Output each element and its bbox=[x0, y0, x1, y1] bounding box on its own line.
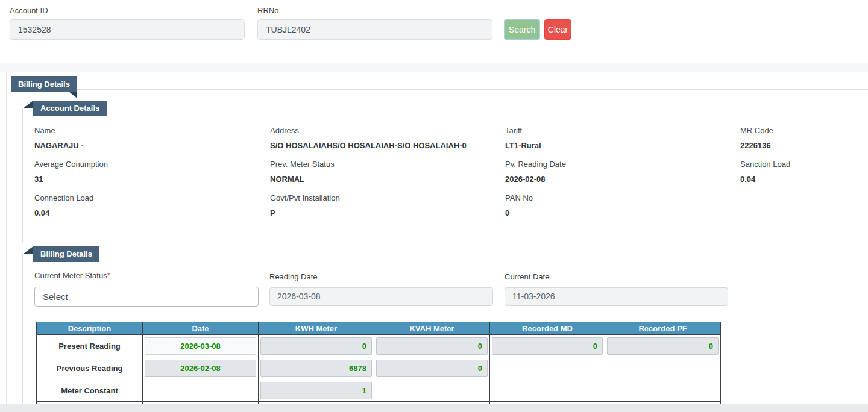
field-label: Average Conumption bbox=[34, 160, 270, 169]
search-button[interactable]: Search bbox=[504, 19, 540, 40]
horizontal-scrollbar[interactable] bbox=[0, 404, 868, 412]
table-header-row: Description Date KWH Meter KVAH Meter Re… bbox=[37, 322, 721, 335]
field-label: PAN No bbox=[505, 193, 740, 203]
meter-reading-table-wrap: Description Date KWH Meter KVAH Meter Re… bbox=[36, 322, 722, 404]
current-meter-status-label: Current Meter Status* bbox=[34, 271, 110, 281]
col-recorded-pf: Recorded PF bbox=[605, 322, 721, 335]
empty-cell bbox=[605, 357, 721, 379]
field-label: Govt/Pvt Installation bbox=[270, 193, 505, 203]
field-value: NORMAL bbox=[270, 175, 505, 184]
table-row-present-reading: Present Reading 2026-03-08 0 0 0 0 bbox=[37, 335, 721, 357]
account-field-address: Address S/O HOSALAIAHS/O HOSALAIAH-S/O H… bbox=[270, 126, 505, 151]
required-asterisk: * bbox=[107, 271, 110, 280]
field-label: Pv. Reading Date bbox=[505, 160, 740, 169]
meter-reading-table: Description Date KWH Meter KVAH Meter Re… bbox=[36, 322, 721, 404]
field-value: 31 bbox=[34, 175, 270, 184]
previous-kvah-input[interactable]: 0 bbox=[376, 360, 488, 377]
col-recorded-md: Recorded MD bbox=[490, 322, 605, 335]
present-reading-date-input[interactable]: 2026-03-08 bbox=[145, 337, 256, 355]
account-field-average-consumption: Average Conumption 31 bbox=[34, 160, 270, 184]
empty-cell bbox=[143, 379, 259, 402]
empty-cell bbox=[605, 379, 721, 402]
account-details-section-title: Account Details bbox=[33, 101, 107, 116]
meter-constant-input[interactable]: 1 bbox=[260, 382, 372, 399]
empty-cell bbox=[374, 379, 490, 402]
previous-kwh-input[interactable]: 6878 bbox=[260, 360, 372, 377]
field-label: Sanction Load bbox=[740, 160, 857, 169]
field-value: 0.04 bbox=[34, 208, 270, 218]
field-label: Name bbox=[34, 126, 270, 136]
field-label: Address bbox=[270, 126, 505, 136]
reading-date-input[interactable]: 2026-03-08 bbox=[269, 287, 493, 306]
present-md-input[interactable]: 0 bbox=[492, 337, 603, 355]
row-label: Previous Reading bbox=[37, 357, 143, 379]
row-label: Present Reading bbox=[37, 335, 143, 357]
col-description: Description bbox=[37, 322, 143, 335]
billing-entry-section-title: Billing Details bbox=[33, 246, 99, 262]
account-field-govt-pvt-installation: Govt/Pvt Installation P bbox=[270, 193, 505, 218]
field-value: P bbox=[270, 208, 505, 218]
field-label: Tariff bbox=[505, 126, 740, 136]
current-date-label: Current Date bbox=[505, 272, 549, 282]
field-value: 2026-02-08 bbox=[505, 175, 740, 184]
col-kwh-meter: KWH Meter bbox=[259, 322, 374, 335]
field-value: 0 bbox=[505, 208, 740, 218]
previous-reading-date-input[interactable]: 2026-02-08 bbox=[145, 360, 256, 377]
present-kwh-input[interactable]: 0 bbox=[260, 337, 372, 355]
present-pf-input[interactable]: 0 bbox=[607, 337, 719, 355]
account-field-mr-code: MR Code 2226136 bbox=[740, 126, 857, 151]
field-label: Connection Load bbox=[34, 193, 270, 203]
section-separator bbox=[0, 63, 868, 72]
account-field-connection-load: Connection Load 0.04 bbox=[34, 193, 270, 218]
current-meter-status-select[interactable]: Select bbox=[34, 287, 259, 307]
field-value: 2226136 bbox=[740, 141, 857, 151]
field-label: MR Code bbox=[740, 126, 857, 136]
account-field-name: Name NAGARAJU - bbox=[34, 126, 270, 151]
col-date: Date bbox=[143, 322, 259, 335]
account-field-pan-no: PAN No 0 bbox=[505, 193, 740, 218]
rrno-label: RRNo bbox=[257, 6, 278, 16]
empty-cell bbox=[490, 357, 605, 379]
empty-cell bbox=[490, 379, 605, 402]
present-kvah-input[interactable]: 0 bbox=[376, 337, 488, 355]
account-field-sanction-load: Sanction Load 0.04 bbox=[740, 160, 857, 184]
field-value: S/O HOSALAIAHS/O HOSALAIAH-S/O HOSALAIAH… bbox=[270, 141, 505, 151]
account-field-pv-reading-date: Pv. Reading Date 2026-02-08 bbox=[505, 160, 740, 184]
field-value: LT1-Rural bbox=[505, 141, 740, 151]
billing-details-section-title: Billing Details bbox=[11, 76, 77, 92]
table-row-meter-constant: Meter Constant 1 bbox=[37, 379, 721, 402]
row-label: Meter Constant bbox=[37, 379, 143, 402]
account-field-prev-meter-status: Prev. Meter Status NORMAL bbox=[270, 160, 505, 184]
table-row-previous-reading: Previous Reading 2026-02-08 6878 0 bbox=[37, 357, 721, 379]
account-details-grid: Name NAGARAJU - Address S/O HOSALAIAHS/O… bbox=[34, 126, 857, 218]
field-label: Prev. Meter Status bbox=[270, 160, 505, 169]
col-kvah-meter: KVAH Meter bbox=[374, 322, 490, 335]
account-id-label: Account ID bbox=[10, 6, 48, 16]
field-value: NAGARAJU - bbox=[34, 141, 270, 151]
account-id-input[interactable] bbox=[10, 19, 245, 40]
reading-date-label: Reading Date bbox=[269, 272, 318, 282]
rrno-input[interactable] bbox=[257, 19, 492, 40]
clear-button[interactable]: Clear bbox=[544, 19, 571, 40]
field-value: 0.04 bbox=[740, 175, 857, 184]
account-field-tariff: Tariff LT1-Rural bbox=[505, 126, 740, 151]
current-date-input[interactable]: 11-03-2026 bbox=[505, 287, 728, 306]
